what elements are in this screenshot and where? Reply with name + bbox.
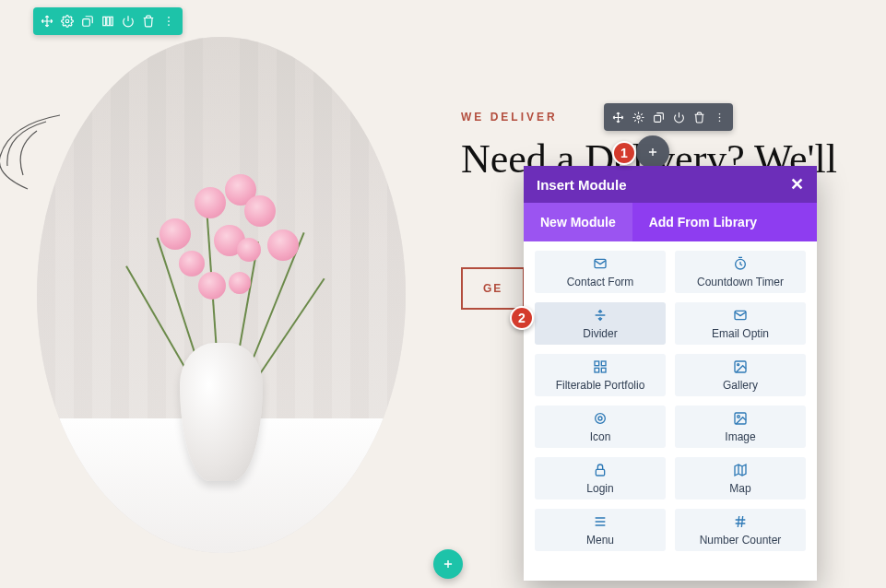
hero-image-oval: [37, 37, 406, 553]
modal-header: Insert Module ✕: [524, 166, 817, 203]
image-icon: [733, 411, 748, 429]
move-icon[interactable]: [37, 11, 57, 31]
add-section-button[interactable]: [433, 549, 463, 579]
more-icon[interactable]: [159, 11, 179, 31]
svg-point-10: [718, 112, 720, 114]
svg-point-8: [636, 115, 639, 118]
svg-rect-9: [654, 115, 660, 122]
tab-label: New Module: [540, 215, 616, 229]
insert-module-modal: Insert Module ✕ New Module Add From Libr…: [524, 166, 817, 581]
annotation-step-1: 1: [612, 141, 636, 165]
module-filterable-portfolio[interactable]: Filterable Portfolio: [535, 354, 666, 396]
duplicate-icon[interactable]: [648, 107, 668, 127]
divider-icon: [593, 308, 608, 325]
module-countdown-timer[interactable]: Countdown Timer: [675, 251, 806, 293]
mail-icon: [593, 256, 608, 274]
grid-icon: [593, 359, 608, 377]
svg-rect-18: [595, 368, 599, 372]
module-label: Map: [729, 482, 750, 495]
module-contact-form[interactable]: Contact Form: [535, 251, 666, 293]
modal-title: Insert Module: [537, 177, 627, 193]
cta-label: GE: [483, 282, 502, 295]
svg-rect-1: [83, 19, 90, 27]
svg-rect-19: [601, 368, 606, 372]
module-menu[interactable]: Menu: [535, 509, 666, 551]
mail-icon: [733, 308, 748, 325]
row-toolbar: [604, 103, 733, 131]
close-icon[interactable]: ✕: [790, 174, 804, 194]
svg-rect-16: [595, 361, 599, 366]
power-icon[interactable]: [668, 107, 689, 127]
settings-icon[interactable]: [57, 11, 77, 31]
svg-point-6: [168, 20, 170, 22]
module-label: Icon: [590, 430, 611, 443]
svg-point-0: [65, 19, 69, 23]
module-label: Contact Form: [567, 276, 634, 288]
svg-point-21: [738, 363, 739, 365]
module-label: Divider: [583, 327, 617, 340]
trash-icon[interactable]: [689, 107, 709, 127]
section-toolbar: [33, 7, 183, 35]
menu-icon: [593, 514, 608, 532]
module-map[interactable]: Map: [675, 457, 806, 500]
module-label: Filterable Portfolio: [556, 379, 645, 392]
duplicate-icon[interactable]: [77, 11, 98, 31]
module-icon[interactable]: Icon: [535, 406, 666, 448]
annotation-step-2: 2: [510, 306, 534, 330]
tab-new-module[interactable]: New Module: [524, 203, 632, 241]
more-icon[interactable]: [709, 107, 729, 127]
module-gallery[interactable]: Gallery: [675, 354, 806, 396]
svg-point-5: [168, 17, 170, 18]
lock-icon: [593, 463, 608, 480]
svg-point-7: [168, 24, 170, 26]
svg-rect-2: [103, 17, 106, 25]
module-login[interactable]: Login: [535, 457, 666, 500]
module-label: Email Optin: [712, 327, 769, 340]
svg-rect-26: [596, 469, 604, 476]
power-icon[interactable]: [118, 11, 138, 31]
module-label: Image: [725, 430, 755, 443]
tab-add-from-library[interactable]: Add From Library: [632, 203, 774, 241]
module-label: Login: [586, 482, 613, 495]
gallery-icon: [733, 359, 748, 377]
columns-icon[interactable]: [98, 11, 118, 31]
modal-tabs: New Module Add From Library: [524, 203, 817, 241]
module-label: Number Counter: [700, 534, 782, 547]
module-label: Countdown Timer: [697, 276, 784, 288]
cta-button[interactable]: GE: [461, 267, 525, 310]
svg-rect-17: [601, 361, 606, 366]
flower-vase-scene: [37, 37, 406, 553]
tab-label: Add From Library: [649, 215, 757, 229]
trash-icon[interactable]: [138, 11, 159, 31]
map-icon: [733, 463, 748, 480]
svg-point-11: [718, 116, 720, 118]
svg-point-22: [596, 413, 606, 423]
module-label: Menu: [586, 534, 614, 547]
svg-point-25: [738, 415, 740, 417]
move-icon[interactable]: [608, 107, 628, 127]
hash-icon: [733, 514, 748, 532]
add-module-button[interactable]: [636, 135, 669, 169]
svg-rect-4: [111, 17, 112, 25]
module-divider[interactable]: Divider: [535, 302, 666, 345]
module-number-counter[interactable]: Number Counter: [675, 509, 806, 551]
module-label: Gallery: [723, 379, 758, 392]
svg-rect-3: [107, 17, 110, 25]
svg-point-23: [598, 417, 602, 420]
target-icon: [593, 411, 608, 429]
settings-icon[interactable]: [628, 107, 648, 127]
timer-icon: [733, 256, 748, 274]
module-email-optin[interactable]: Email Optin: [675, 302, 806, 345]
svg-point-12: [718, 120, 720, 122]
modal-body: Contact FormCountdown TimerDividerEmail …: [524, 241, 817, 581]
module-image[interactable]: Image: [675, 406, 806, 448]
